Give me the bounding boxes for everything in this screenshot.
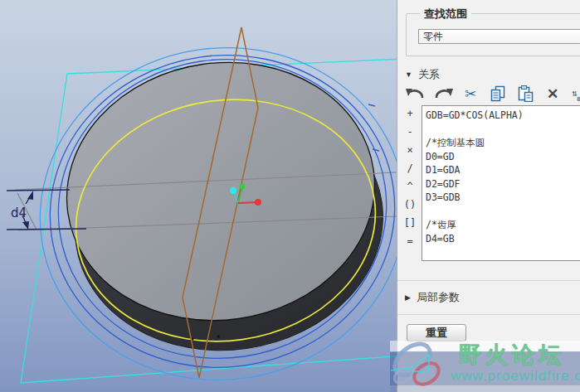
search-scope-groupbox: 查找范围 零件 [406,13,580,56]
op-power-button[interactable]: ^ [400,177,420,196]
op-multiply-button[interactable]: × [400,141,420,159]
local-params-label: 局部参数 [417,290,460,305]
relations-editor[interactable]: GDB=GD*COS(ALPHA) /*控制基本圆 D0=GD D1=GDA D… [422,105,580,261]
relations-toolbar: ✂ ✕ [406,84,580,104]
chevron-down-icon: ▼ [405,70,412,79]
csys-axis-x[interactable] [230,187,236,194]
delete-button[interactable]: ✕ [543,84,563,104]
dimension-d4-label[interactable]: d4 [11,206,27,220]
copy-icon [490,85,506,102]
relation-line [426,123,580,137]
separator [397,314,580,315]
relation-line: /*齿厚 [426,218,580,232]
relations-section-header[interactable]: ▼ 关系 [405,67,440,82]
operator-column: + - × / ^ () [] = [400,104,420,250]
relation-line: D2=GDF [426,177,580,191]
relation-line: D1=GDA [426,163,580,177]
relation-line: D4=GB [426,232,580,246]
op-plus-button[interactable]: + [400,104,420,123]
relations-panel: 查找范围 零件 ▼ 关系 ✂ [397,0,580,392]
op-divide-button[interactable]: / [400,159,420,177]
cut-button[interactable]: ✂ [461,84,480,104]
curve-point [217,335,219,337]
search-scope-title: 查找范围 [420,7,471,22]
relation-line: /*控制基本圆 [426,136,580,150]
op-brackets-button[interactable]: [] [400,214,420,232]
paste-icon [517,85,534,102]
local-params-section-header[interactable]: ▶ 局部参数 [405,290,460,305]
redo-button[interactable] [433,84,453,104]
toggle-dimensions-button[interactable]: d1 ⇅ 0.0 [570,84,580,104]
relation-line: D3=GDB [426,191,580,205]
csys-axis-y[interactable] [240,184,246,190]
op-parens-button[interactable]: () [400,196,420,214]
redo-icon [433,86,453,101]
toggle-dimensions-icon: d1 ⇅ 0.0 [573,85,580,103]
relations-section-label: 关系 [418,67,440,82]
op-equals-button[interactable]: = [400,232,420,250]
relation-line: GDB=GD*COS(ALPHA) [426,109,580,123]
undo-button[interactable] [406,84,426,104]
reset-button[interactable]: 重置 [407,324,466,341]
paste-button[interactable] [515,84,535,104]
relation-line [426,205,580,219]
application-window: d4 查找范围 零件 ▼ 关系 [0,0,580,392]
chevron-right-icon: ▶ [405,293,411,302]
relation-line: D0=GD [426,150,580,164]
separator [397,280,580,281]
search-scope-select[interactable]: 零件 [418,29,580,44]
copy-button[interactable] [488,84,508,104]
op-minus-button[interactable]: - [400,123,420,141]
csys-axis-z[interactable] [255,199,261,206]
undo-icon [406,86,426,101]
delete-x-icon: ✕ [547,85,558,103]
scissors-icon: ✂ [465,85,476,103]
